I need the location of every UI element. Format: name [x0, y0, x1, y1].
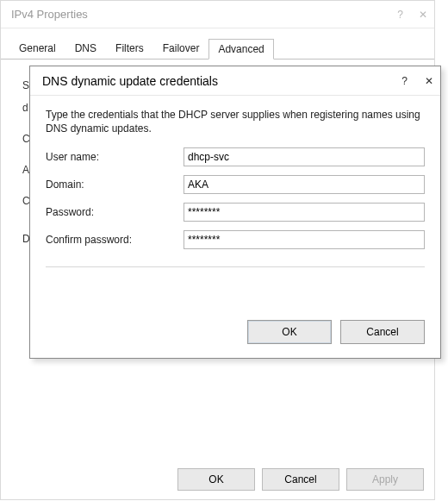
username-input[interactable] — [184, 147, 425, 166]
password-input[interactable] — [184, 203, 425, 222]
dialog-window-controls: ? ✕ — [401, 75, 433, 87]
dialog-description: Type the credentials that the DHCP serve… — [46, 108, 425, 135]
row-confirm-password: Confirm password: — [46, 230, 425, 249]
dialog-title: DNS dynamic update credentials — [42, 74, 218, 88]
close-icon[interactable]: ✕ — [425, 75, 433, 87]
dialog-body: Type the credentials that the DHCP serve… — [30, 96, 440, 320]
row-password: Password: — [46, 203, 425, 222]
ok-button[interactable]: OK — [247, 320, 332, 344]
tab-dns[interactable]: DNS — [65, 38, 106, 59]
close-icon[interactable]: ✕ — [419, 9, 427, 21]
domain-input[interactable] — [184, 175, 425, 194]
parent-title: IPv4 Properties — [11, 8, 88, 21]
confirm-password-label: Confirm password: — [46, 234, 184, 246]
confirm-password-input[interactable] — [184, 230, 425, 249]
password-label: Password: — [46, 206, 184, 218]
tab-advanced[interactable]: Advanced — [208, 39, 273, 59]
dns-credentials-dialog: DNS dynamic update credentials ? ✕ Type … — [29, 66, 441, 359]
tab-strip: General DNS Filters Failover Advanced — [1, 28, 434, 59]
help-icon[interactable]: ? — [401, 75, 408, 87]
dialog-titlebar: DNS dynamic update credentials ? ✕ — [30, 66, 440, 96]
parent-button-row: OK Cancel Apply — [177, 468, 424, 491]
row-domain: Domain: — [46, 175, 425, 194]
cancel-button[interactable]: Cancel — [340, 320, 425, 344]
help-icon[interactable]: ? — [397, 9, 403, 21]
parent-titlebar: IPv4 Properties ? ✕ — [1, 1, 434, 28]
ok-button[interactable]: OK — [177, 468, 255, 491]
domain-label: Domain: — [46, 178, 184, 191]
apply-button: Apply — [346, 468, 424, 491]
dialog-button-row: OK Cancel — [30, 320, 440, 358]
username-label: User name: — [46, 151, 184, 163]
tab-failover[interactable]: Failover — [153, 38, 209, 59]
cancel-button[interactable]: Cancel — [262, 468, 339, 491]
parent-window-controls: ? ✕ — [397, 9, 427, 21]
tab-general[interactable]: General — [9, 38, 65, 59]
row-username: User name: — [46, 147, 425, 166]
separator — [46, 266, 425, 267]
tab-filters[interactable]: Filters — [106, 38, 153, 59]
